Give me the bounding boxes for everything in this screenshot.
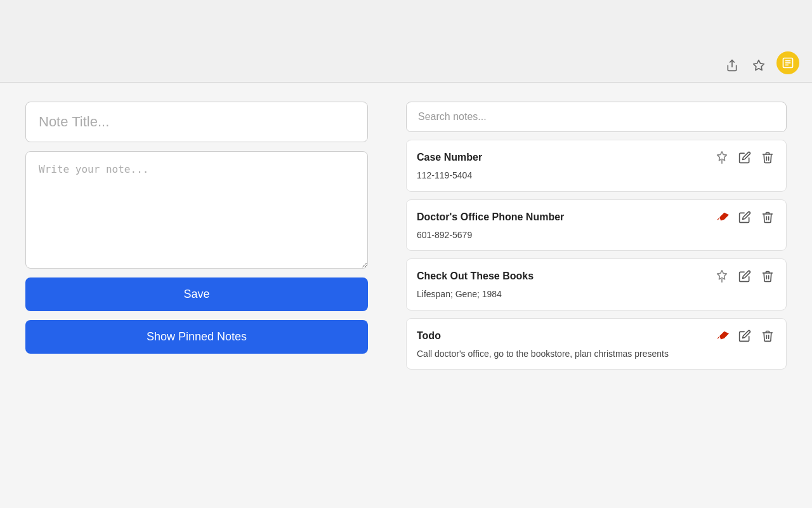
note-body-textarea[interactable]	[25, 151, 368, 269]
edit-icon[interactable]	[737, 149, 753, 166]
note-card-actions	[714, 268, 776, 284]
note-card-actions	[714, 149, 776, 166]
notes-list: Case Number 112-119-5404Doctor's Office …	[406, 140, 787, 370]
pin-icon[interactable]	[714, 209, 730, 225]
note-card-title: Todo	[417, 330, 441, 342]
note-card: Case Number 112-119-5404	[406, 140, 787, 192]
pin-icon[interactable]	[714, 149, 730, 166]
delete-icon[interactable]	[759, 328, 776, 344]
share-icon[interactable]	[723, 57, 741, 74]
delete-icon[interactable]	[759, 209, 776, 225]
note-card-header: Todo	[417, 328, 776, 344]
note-card-body: 601-892-5679	[417, 229, 776, 242]
search-input[interactable]	[406, 102, 787, 132]
note-card-title: Case Number	[417, 152, 482, 163]
delete-icon[interactable]	[759, 268, 776, 284]
note-title-input[interactable]	[25, 102, 368, 142]
note-card-actions	[714, 328, 776, 344]
note-card-header: Case Number	[417, 149, 776, 166]
note-card-header: Check Out These Books	[417, 268, 776, 284]
right-panel: Case Number 112-119-5404Doctor's Office …	[406, 102, 787, 489]
app-icon[interactable]	[776, 51, 799, 74]
pin-icon[interactable]	[714, 328, 730, 344]
note-card: Doctor's Office Phone Number 601-892-567…	[406, 199, 787, 251]
bookmark-icon[interactable]	[750, 57, 768, 74]
note-card: Todo Call doctor's office, go to the boo…	[406, 318, 787, 370]
svg-marker-1	[754, 60, 764, 70]
note-card-body: 112-119-5404	[417, 170, 776, 182]
main-content: Save Show Pinned Notes Case Number 112-1…	[0, 83, 812, 508]
delete-icon[interactable]	[759, 149, 776, 166]
save-button[interactable]: Save	[25, 277, 368, 311]
note-card-actions	[714, 209, 776, 225]
pin-icon[interactable]	[714, 268, 730, 284]
edit-icon[interactable]	[737, 268, 753, 284]
note-card-header: Doctor's Office Phone Number	[417, 209, 776, 225]
note-card-title: Doctor's Office Phone Number	[417, 211, 564, 223]
note-card-body: Call doctor's office, go to the bookstor…	[417, 348, 776, 361]
browser-bar	[0, 0, 812, 83]
note-card-body: Lifespan; Gene; 1984	[417, 288, 776, 301]
show-pinned-button[interactable]: Show Pinned Notes	[25, 320, 368, 354]
left-panel: Save Show Pinned Notes	[25, 102, 368, 489]
note-card: Check Out These Books Lifespan; Gene; 19…	[406, 258, 787, 311]
note-card-title: Check Out These Books	[417, 271, 534, 282]
edit-icon[interactable]	[737, 328, 753, 344]
edit-icon[interactable]	[737, 209, 753, 225]
